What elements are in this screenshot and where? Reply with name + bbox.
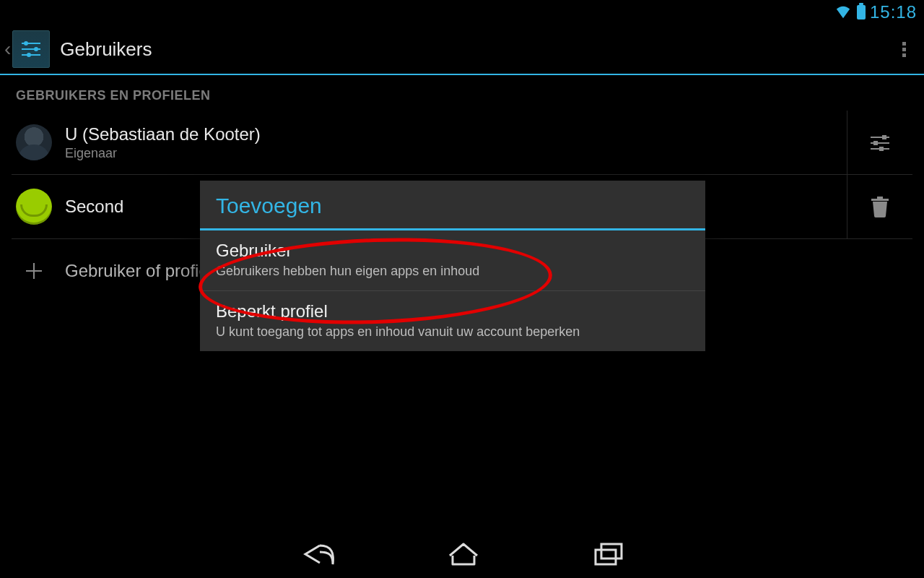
recent-apps-icon [590, 540, 626, 569]
dialog-option-title: Beperkt profiel [216, 301, 689, 322]
nav-back-button[interactable] [298, 540, 337, 571]
dialog-option-subtitle: Gebruikers hebben hun eigen apps en inho… [216, 264, 689, 279]
dialog-option-restricted[interactable]: Beperkt profiel U kunt toegang tot apps … [200, 291, 705, 351]
dialog-option-subtitle: U kunt toegang tot apps en inhoud vanuit… [216, 324, 689, 340]
svg-rect-14 [596, 550, 616, 564]
add-dialog: Toevoegen Gebruiker Gebruikers hebben hu… [200, 181, 705, 351]
nav-recent-button[interactable] [590, 540, 626, 571]
nav-home-button[interactable] [445, 540, 481, 571]
nav-bar [0, 533, 924, 578]
dialog-option-user[interactable]: Gebruiker Gebruikers hebben hun eigen ap… [200, 230, 705, 291]
svg-rect-15 [601, 544, 622, 558]
dialog-title: Toevoegen [200, 181, 705, 230]
home-icon [445, 540, 481, 569]
back-icon [298, 540, 337, 569]
dialog-option-title: Gebruiker [216, 241, 689, 261]
